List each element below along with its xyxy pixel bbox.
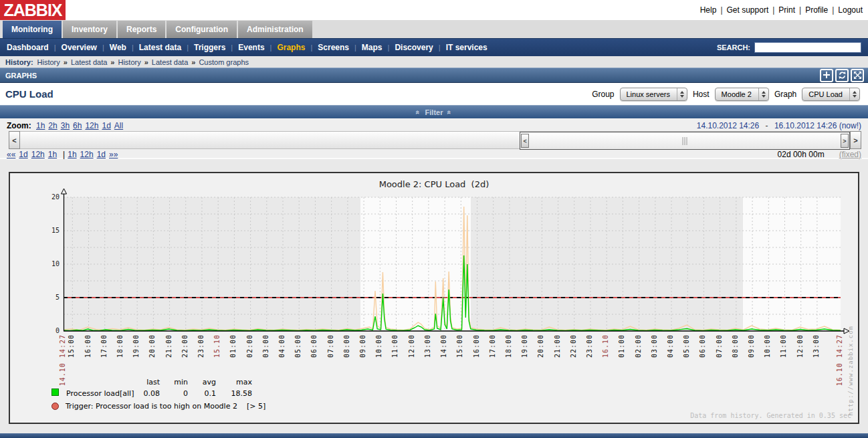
subnav-item-discovery[interactable]: Discovery <box>395 43 433 52</box>
top-link-help[interactable]: Help <box>700 5 717 15</box>
tab-reports[interactable]: Reports <box>118 21 165 38</box>
period-start-link[interactable]: 14.10.2012 14:26 <box>697 121 759 130</box>
slider-left-handle[interactable]: < <box>521 134 529 148</box>
x-axis-label: 08:00 <box>732 334 739 358</box>
nav-separator: | <box>54 43 56 51</box>
zabbix-logo[interactable]: ZABBIX <box>0 0 66 20</box>
search-area: SEARCH: <box>717 42 861 53</box>
top-link-profile[interactable]: Profile <box>805 5 828 15</box>
zoom-link-1h[interactable]: 1h <box>36 121 45 130</box>
subnav-item-screens[interactable]: Screens <box>318 43 349 52</box>
chart-canvas <box>64 197 841 331</box>
x-axis-label: 09:00 <box>748 334 755 358</box>
x-axis-label: 11:00 <box>391 334 399 358</box>
up-arrow-icon <box>853 91 857 94</box>
subnav-item-dashboard[interactable]: Dashboard <box>7 43 49 52</box>
period-back-link-1h[interactable]: 1h <box>48 150 57 159</box>
zoom-link-6h[interactable]: 6h <box>73 121 82 130</box>
trigger-color-swatch <box>51 403 59 410</box>
period-back-link-item[interactable]: «« <box>7 150 15 159</box>
x-axis-label: 09:00 <box>359 334 366 358</box>
subnav-item-events[interactable]: Events <box>238 43 264 52</box>
scrollbar-track[interactable]: < > <box>20 131 850 149</box>
add-graph-button[interactable] <box>820 69 833 82</box>
nav-separator: | <box>270 43 272 51</box>
breadcrumb-link-latest-data[interactable]: Latest data <box>152 58 188 66</box>
period-forward-link-12h[interactable]: 12h <box>80 150 94 159</box>
tab-monitoring[interactable]: Monitoring <box>3 21 62 38</box>
chart-plot-area[interactable] <box>64 197 841 331</box>
period-forward-link-item[interactable]: »» <box>109 150 118 159</box>
zoom-link-2h[interactable]: 2h <box>48 121 57 130</box>
x-axis-label: 12:00 <box>796 334 804 358</box>
zoom-link-12h[interactable]: 12h <box>85 121 98 130</box>
section-title: GRAPHS <box>5 72 37 80</box>
fullscreen-button[interactable] <box>851 69 864 82</box>
period-back-link-12h[interactable]: 12h <box>31 150 45 159</box>
subnav-item-web[interactable]: Web <box>110 43 126 52</box>
subnav-item-it-services[interactable]: IT services <box>446 43 487 52</box>
refresh-button[interactable] <box>835 69 849 82</box>
period-slider[interactable]: < > <box>520 132 850 150</box>
subnav-item-maps[interactable]: Maps <box>362 43 383 52</box>
subnav-item-graphs[interactable]: Graphs <box>277 43 305 52</box>
up-arrow-icon <box>680 91 684 94</box>
link-separator: | <box>720 5 722 15</box>
breadcrumb-separator-icon: » <box>144 58 148 66</box>
selected-value: CPU Load <box>802 88 849 100</box>
subnav-item-triggers[interactable]: Triggers <box>194 43 225 52</box>
group-select[interactable]: Linux servers <box>620 88 687 101</box>
x-axis-label: 17:00 <box>100 334 108 358</box>
zoom-link-1d[interactable]: 1d <box>102 121 110 130</box>
breadcrumb-link-history[interactable]: History <box>37 58 60 66</box>
subnav-item-latest-data[interactable]: Latest data <box>139 43 181 52</box>
period-back-link-1d[interactable]: 1d <box>19 150 27 159</box>
legend-value-last: 0.08 <box>140 389 160 398</box>
fixed-link[interactable]: (fixed) <box>839 150 861 159</box>
nav-links-separator: | <box>63 150 65 159</box>
tab-configuration[interactable]: Configuration <box>167 21 237 38</box>
sub-navigation: Dashboard|Overview|Web|Latest data|Trigg… <box>0 39 868 56</box>
period-forward-link-1d[interactable]: 1d <box>97 150 106 159</box>
scroll-left-button[interactable]: < <box>9 131 20 149</box>
top-link-get-support[interactable]: Get support <box>727 5 769 15</box>
tab-inventory[interactable]: Inventory <box>63 21 116 38</box>
subnav-item-overview[interactable]: Overview <box>62 43 97 52</box>
x-axis-label: 13:00 <box>424 334 431 358</box>
breadcrumb-items: History»Latest data»History»Latest data»… <box>37 58 249 66</box>
trigger-label: Trigger: Processor load is too high on M… <box>66 402 237 411</box>
graph-select[interactable]: CPU Load <box>802 88 860 101</box>
tab-administration[interactable]: Administration <box>238 21 312 38</box>
top-header: ZABBIX Help|Get support|Print|Profile|Lo… <box>0 0 868 20</box>
x-axis-label: 05:00 <box>683 334 690 358</box>
top-link-logout[interactable]: Logout <box>838 5 863 15</box>
filter-toggle[interactable]: « Filter « <box>0 105 868 118</box>
zoom-link-all[interactable]: All <box>114 121 123 130</box>
link-separator: | <box>772 5 774 15</box>
x-axis-label: 20:00 <box>537 334 544 358</box>
host-select[interactable]: Moodle 2 <box>715 88 769 101</box>
x-axis-label: 07:00 <box>327 334 334 358</box>
top-link-print[interactable]: Print <box>778 5 795 15</box>
zoom-link-3h[interactable]: 3h <box>61 121 70 130</box>
slider-right-handle[interactable]: > <box>841 134 849 148</box>
scroll-right-button[interactable]: > <box>850 131 861 149</box>
period-end-link[interactable]: 16.10.2012 14:26 (now!) <box>774 121 861 130</box>
breadcrumb: History: History»Latest data»History»Lat… <box>0 56 868 68</box>
series-color-swatch <box>51 389 59 396</box>
main-tabs: MonitoringInventoryReportsConfigurationA… <box>0 20 868 39</box>
x-axis-label: 18:00 <box>116 334 124 358</box>
search-input[interactable] <box>754 42 861 53</box>
down-arrow-icon <box>680 95 684 98</box>
legend-value-max: 18.58 <box>216 389 252 398</box>
breadcrumb-link-history[interactable]: History <box>118 58 140 66</box>
select-label-graph: Graph <box>774 90 796 99</box>
breadcrumb-link-latest-data[interactable]: Latest data <box>71 58 107 66</box>
fullscreen-icon <box>853 71 862 81</box>
period-forward-link-1h[interactable]: 1h <box>68 150 76 159</box>
down-arrow-icon <box>853 95 857 98</box>
select-stepper-icon <box>758 88 768 100</box>
x-axis-label: 14.10 14:27 <box>59 334 66 386</box>
breadcrumb-link-custom-graphs[interactable]: Custom graphs <box>199 58 249 66</box>
slider-grip[interactable] <box>683 137 687 145</box>
